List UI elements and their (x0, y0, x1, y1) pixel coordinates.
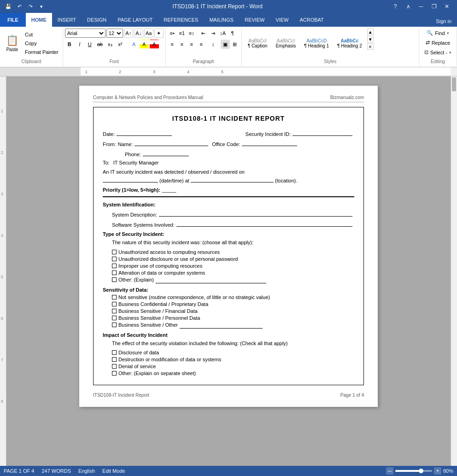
minimize-btn[interactable]: ─ (415, 0, 428, 13)
style-heading1[interactable]: AaBbCcD ¶ Heading 1 (300, 36, 333, 50)
other-explain-field[interactable] (156, 277, 266, 283)
tab-review[interactable]: REVIEW (239, 13, 270, 27)
strikethrough-btn[interactable]: ab (95, 40, 105, 49)
undo-quick-btn[interactable]: ↶ (15, 2, 24, 11)
checkbox-sens-4[interactable] (112, 316, 117, 320)
checkbox-1[interactable] (112, 250, 117, 254)
language-indicator[interactable]: English (78, 468, 95, 474)
checkbox-2[interactable] (112, 257, 117, 261)
select-button[interactable]: ⊡ Select - ▾ (421, 48, 455, 57)
style-heading2[interactable]: AaBbCc ¶ Heading 2 (333, 36, 366, 50)
styles-scroll-up[interactable]: ▲ (367, 29, 374, 35)
date-field[interactable] (117, 129, 172, 136)
checkbox-impact-4[interactable] (112, 371, 117, 376)
zoom-in-btn[interactable]: + (434, 467, 441, 475)
checkbox-sens-1[interactable] (112, 295, 117, 300)
grow-font-btn[interactable]: A↑ (124, 29, 133, 38)
align-center-btn[interactable]: ≡ (177, 40, 187, 49)
shading-btn[interactable]: ▣ (221, 40, 230, 49)
italic-btn[interactable]: I (75, 40, 84, 49)
edit-mode[interactable]: Edit Mode (102, 468, 125, 474)
restore-btn[interactable]: ❐ (428, 0, 440, 13)
line-spacing-btn[interactable]: ↕ (209, 40, 218, 49)
ribbon-collapse-btn[interactable]: ∧ (402, 0, 415, 13)
highlight-btn[interactable]: A (140, 40, 149, 49)
location-label: (location). (275, 178, 297, 183)
font-color-btn[interactable]: A (150, 40, 159, 49)
find-button[interactable]: 🔍 Find ▾ (423, 29, 452, 37)
save-quick-btn[interactable]: 💾 (4, 2, 13, 11)
checkbox-4[interactable] (112, 270, 117, 275)
replace-button[interactable]: ⇄ Replace (422, 38, 453, 47)
justify-btn[interactable]: ≡ (197, 40, 206, 49)
case-btn[interactable]: Aa (144, 29, 153, 38)
multilevel-btn[interactable]: ≡↕ (187, 29, 196, 38)
zoom-slider[interactable] (395, 470, 432, 472)
sens-other-field[interactable] (180, 322, 263, 329)
incident-date-field[interactable] (103, 176, 158, 182)
incident-location-field[interactable] (191, 176, 274, 182)
phone-field[interactable] (143, 150, 189, 156)
styles-expand[interactable]: ≡ (367, 43, 374, 50)
tab-page-layout[interactable]: PAGE LAYOUT (112, 13, 158, 27)
checkbox-impact-1[interactable] (112, 350, 117, 355)
borders-btn[interactable]: ⊞ (230, 40, 240, 49)
checkbox-impact-3[interactable] (112, 364, 117, 369)
tab-mailings[interactable]: MAILINGS (204, 13, 239, 27)
increase-indent-btn[interactable]: ⇥ (209, 29, 218, 38)
font-name-select[interactable]: Arial (65, 29, 105, 38)
numbering-btn[interactable]: ≡1 (177, 29, 187, 38)
close-btn[interactable]: ✕ (440, 0, 453, 13)
paste-button[interactable]: 📋 Paste (2, 30, 23, 56)
name-field[interactable] (135, 140, 208, 146)
styles-scroll-down[interactable]: ▼ (367, 36, 374, 42)
document-area[interactable]: Computer & Network Policies and Procedur… (6, 76, 451, 466)
security-id-field[interactable] (293, 129, 352, 136)
text-effects-btn[interactable]: A (129, 40, 139, 49)
show-marks-btn[interactable]: ¶ (228, 29, 237, 38)
copy-button[interactable]: Copy (23, 39, 61, 47)
cut-button[interactable]: Cut (23, 30, 61, 39)
tab-design[interactable]: DESIGN (82, 13, 112, 27)
tab-references[interactable]: REFERENCES (158, 13, 204, 27)
shrink-font-btn[interactable]: A↓ (134, 29, 143, 38)
style-caption[interactable]: AaBbCcI ¶ Caption (244, 36, 272, 50)
software-field[interactable] (176, 220, 352, 227)
sign-in-link[interactable]: Sign in (430, 16, 457, 27)
tab-acrobat[interactable]: ACROBAT (294, 13, 329, 27)
bullets-btn[interactable]: ≡• (168, 29, 177, 38)
font-size-select[interactable]: 12 (106, 29, 123, 38)
checkbox-3[interactable] (112, 264, 117, 268)
customize-quick-btn[interactable]: ▾ (37, 2, 46, 11)
tab-insert[interactable]: INSERT (52, 13, 82, 27)
find-label: Find (435, 30, 445, 36)
align-right-btn[interactable]: ≡ (187, 40, 196, 49)
align-left-btn[interactable]: ≡ (168, 40, 177, 49)
type-heading: Type of Security Incident: (103, 231, 354, 237)
system-desc-field[interactable] (159, 210, 352, 217)
sort-btn[interactable]: ↕A (218, 29, 228, 38)
tab-file[interactable]: FILE (0, 13, 26, 27)
checkbox-5[interactable] (112, 277, 117, 282)
checkbox-sens-3[interactable] (112, 309, 117, 313)
office-code-field[interactable] (242, 140, 297, 146)
checkbox-sens-2[interactable] (112, 302, 117, 306)
zoom-out-btn[interactable]: ─ (386, 467, 393, 475)
superscript-btn[interactable]: x² (116, 40, 125, 49)
tab-home[interactable]: HOME (26, 13, 52, 27)
help-btn[interactable]: ? (389, 0, 402, 13)
checkbox-sens-5[interactable] (112, 323, 117, 327)
style-emphasis[interactable]: AaBbCcI Emphasis (271, 36, 300, 50)
subscript-btn[interactable]: x₂ (105, 40, 115, 49)
priority-blank[interactable]: _____ (162, 187, 176, 193)
bold-btn[interactable]: B (65, 40, 74, 49)
tab-view[interactable]: VIEW (270, 13, 294, 27)
decrease-indent-btn[interactable]: ⇤ (199, 29, 208, 38)
system-desc-row: System Description: (112, 210, 354, 217)
underline-btn[interactable]: U (85, 40, 94, 49)
scrollbar[interactable] (451, 76, 457, 466)
clear-format-btn[interactable]: ✦ (154, 29, 164, 38)
checkbox-impact-2[interactable] (112, 357, 117, 362)
format-painter-button[interactable]: Format Painter (23, 48, 61, 56)
redo-quick-btn[interactable]: ↷ (26, 2, 35, 11)
